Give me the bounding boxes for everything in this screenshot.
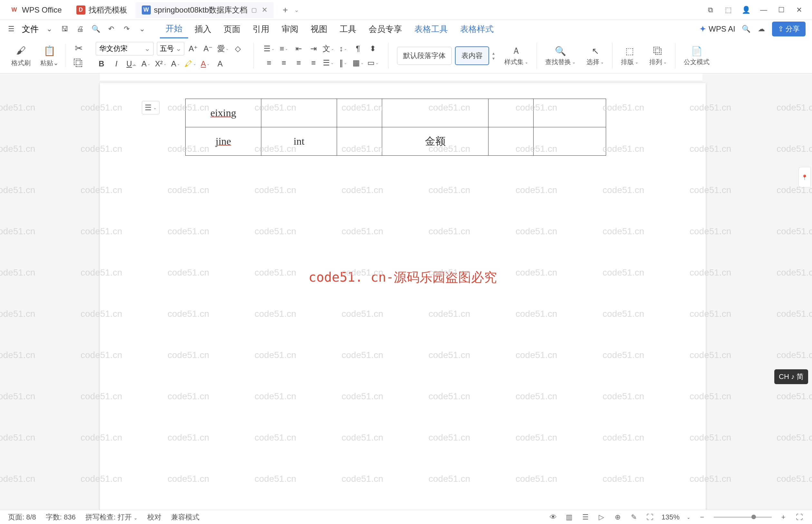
tab-insert[interactable]: 插入	[189, 20, 217, 38]
gongwen-group[interactable]: 📄 公文模式	[680, 45, 713, 66]
phonetic-icon[interactable]: 愛⌄	[217, 43, 229, 54]
line-spacing-icon[interactable]: ‖⌄	[337, 57, 349, 69]
tab-close-icon[interactable]: ✕	[262, 6, 267, 14]
table-cell[interactable]: eixing	[186, 99, 261, 127]
text-effects-button[interactable]: A⌄	[170, 58, 181, 70]
tab-table-tools[interactable]: 表格工具	[409, 20, 454, 38]
table-cell[interactable]	[261, 99, 337, 127]
styleset-group[interactable]: Ａ 样式集⌄	[500, 45, 532, 66]
window-minimize-icon[interactable]: —	[759, 5, 768, 15]
align-center-icon[interactable]: ≡	[278, 57, 290, 69]
decrease-indent-icon[interactable]: ⇤	[293, 43, 304, 54]
save-icon[interactable]: 🖫	[60, 24, 70, 34]
avatar-icon[interactable]: 👤	[741, 5, 751, 15]
align-justify-icon[interactable]: ≡	[308, 57, 319, 69]
tab-member[interactable]: 会员专享	[363, 20, 408, 38]
search-icon[interactable]: 🔍	[741, 24, 751, 34]
tab-review[interactable]: 审阅	[276, 20, 304, 38]
annotate-icon[interactable]: ✎	[629, 513, 638, 522]
table-cell[interactable]: int	[261, 127, 337, 155]
table-cell[interactable]	[337, 99, 382, 127]
highlight-button[interactable]: 🖍⌄	[185, 58, 196, 70]
more-dropdown-icon[interactable]: ⌄	[137, 24, 147, 34]
shading-icon[interactable]: ▦⌄	[352, 57, 364, 69]
outline-view-icon[interactable]: ☰	[581, 513, 590, 522]
reading-view-icon[interactable]: ▷	[597, 513, 606, 522]
table-cell[interactable]: jine	[186, 127, 261, 155]
zoom-dropdown-icon[interactable]: ⌄	[687, 515, 691, 520]
dropdown-icon[interactable]: ⌄	[45, 24, 54, 34]
superscript-button[interactable]: X²⌄	[155, 58, 167, 70]
newtab-dropdown-icon[interactable]: ⌄	[294, 6, 299, 14]
arrange-group[interactable]: ⿻ 排列⌄	[645, 45, 670, 66]
borders-icon[interactable]: ▭⌄	[367, 57, 379, 69]
format-painter-icon[interactable]: 🖌	[14, 44, 28, 58]
copy-icon[interactable]: ⿻	[72, 56, 85, 70]
clear-format-icon[interactable]: ◇	[232, 43, 244, 54]
cut-icon[interactable]: ✂	[72, 42, 85, 55]
font-name-select[interactable]: 华文仿宋⌄	[96, 42, 154, 55]
table-cell[interactable]	[534, 127, 606, 155]
zoom-in-icon[interactable]: +	[779, 513, 788, 522]
page-indicator[interactable]: 页面: 8/8	[8, 512, 36, 522]
print-icon[interactable]: 🖨	[76, 24, 85, 34]
zoom-level[interactable]: 135%	[662, 513, 680, 521]
menu-icon[interactable]: ☰	[6, 24, 16, 34]
fullscreen-icon[interactable]: ⛶	[795, 513, 804, 522]
tab-table-style[interactable]: 表格样式	[454, 20, 499, 38]
window-copy-icon[interactable]: ⧉	[706, 5, 715, 15]
tab-tools[interactable]: 工具	[334, 20, 362, 38]
table-cell[interactable]	[337, 127, 382, 155]
italic-button[interactable]: I	[111, 58, 122, 70]
style-content[interactable]: 表内容	[455, 46, 489, 65]
layout-group[interactable]: ⬚ 排版⌄	[617, 45, 642, 66]
compat-mode[interactable]: 兼容模式	[171, 512, 199, 522]
proof-status[interactable]: 校对	[147, 512, 162, 522]
wps-ai-button[interactable]: ✦ WPS AI	[699, 24, 735, 33]
show-marks-icon[interactable]: ¶	[352, 43, 364, 54]
select-group[interactable]: ↖ 选择⌄	[583, 45, 608, 66]
table-cell[interactable]	[382, 99, 488, 127]
tab-start[interactable]: 开始	[160, 20, 188, 38]
side-collapse-button[interactable]: 📍	[798, 167, 811, 187]
file-menu[interactable]: 文件	[22, 23, 39, 35]
strikethrough-button[interactable]: A⌄	[140, 58, 152, 70]
cloud-upload-icon[interactable]: ☁	[757, 24, 766, 34]
tab-mini-icon[interactable]: ▢	[251, 6, 257, 14]
sort-icon[interactable]: ↕⌄	[337, 43, 349, 54]
align-left-icon[interactable]: ≡	[263, 57, 275, 69]
window-cube-icon[interactable]: ⬚	[724, 5, 733, 15]
table-cell[interactable]: 金额	[382, 127, 488, 155]
preview-icon[interactable]: 🔍	[91, 24, 101, 34]
document-page[interactable]: ☰⌄ eixing jine int 金额 code51. cn-源码乐园盗图必…	[100, 83, 706, 510]
paste-icon[interactable]: 📋	[43, 44, 56, 58]
window-maximize-icon[interactable]: ☐	[777, 5, 786, 15]
underline-button[interactable]: U⌄	[125, 58, 137, 70]
text-direction-icon[interactable]: 文⌄	[322, 43, 334, 54]
para-spacing-icon[interactable]: ⬍	[367, 43, 379, 54]
zoom-slider[interactable]	[714, 517, 772, 518]
table-handle-button[interactable]: ☰⌄	[142, 101, 160, 114]
increase-indent-icon[interactable]: ⇥	[308, 43, 319, 54]
eye playback-icon[interactable]: 👁	[549, 513, 558, 522]
align-right-icon[interactable]: ≡	[293, 57, 304, 69]
spellcheck-status[interactable]: 拼写检查: 打开 ⌄	[85, 512, 137, 522]
web-view-icon[interactable]: ⊕	[613, 513, 622, 522]
number-list-icon[interactable]: ≡⌄	[278, 43, 290, 54]
fit-width-icon[interactable]: ⛶	[645, 513, 654, 522]
font-size-select[interactable]: 五号⌄	[157, 42, 184, 55]
find-replace-group[interactable]: 🔍 查找替换⌄	[541, 45, 579, 66]
table-row[interactable]: jine int 金额	[186, 127, 606, 155]
bullet-list-icon[interactable]: ☰⌄	[263, 43, 275, 54]
window-close-icon[interactable]: ✕	[794, 5, 804, 15]
table-row[interactable]: eixing	[186, 99, 606, 127]
style-default[interactable]: 默认段落字体	[397, 47, 452, 65]
distribute-icon[interactable]: ☰⌄	[322, 57, 334, 69]
table-cell[interactable]	[488, 99, 534, 127]
new-tab-button[interactable]: +	[279, 3, 292, 16]
tab-wps-office[interactable]: W WPS Office	[3, 2, 68, 18]
zoom-out-icon[interactable]: −	[698, 513, 707, 522]
style-nav[interactable]: ▴▾	[492, 51, 495, 61]
ime-badge[interactable]: CH ♪ 简	[774, 369, 808, 384]
ruler[interactable]	[100, 73, 702, 81]
